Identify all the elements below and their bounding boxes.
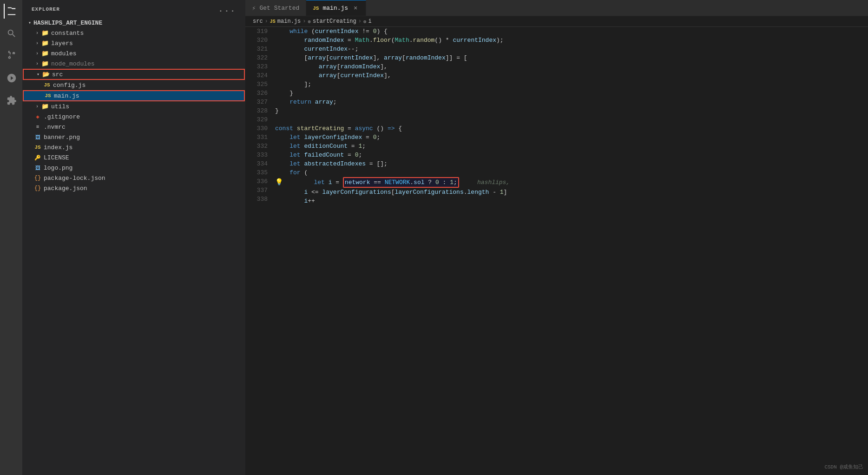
code-line-334: let abstractedIndexes = []; bbox=[275, 159, 864, 168]
sidebar: Explorer ... ▾ HASHLIPS_ART_ENGINE › 📁 c… bbox=[22, 0, 245, 475]
root-folder-label: HASHLIPS_ART_ENGINE bbox=[33, 20, 102, 26]
package-lock-json-icon: {} bbox=[33, 174, 42, 182]
config-js-label: config.js bbox=[53, 82, 85, 89]
tree-item-license[interactable]: 🔑 LICENSE bbox=[22, 152, 245, 163]
src-folder-icon: 📂 bbox=[42, 70, 50, 79]
breadcrumb-i-icon: ⊛ bbox=[363, 19, 367, 25]
breadcrumb-startcreating[interactable]: startCreating bbox=[313, 18, 356, 25]
src-expand-arrow: ▾ bbox=[34, 71, 42, 78]
tree-item-modules[interactable]: › 📁 modules bbox=[22, 48, 245, 59]
code-line-335: for ( bbox=[275, 168, 864, 177]
tab-main-js[interactable]: JS main.js × bbox=[306, 0, 366, 16]
src-label: src bbox=[52, 71, 63, 78]
tab-main-js-close[interactable]: × bbox=[352, 5, 359, 12]
code-line-328: } bbox=[275, 106, 864, 115]
tree-item-constants[interactable]: › 📁 constants bbox=[22, 28, 245, 38]
gitignore-icon: ◈ bbox=[33, 112, 42, 121]
package-json-label: package.json bbox=[44, 185, 87, 192]
tree-root-folder[interactable]: ▾ HASHLIPS_ART_ENGINE bbox=[22, 18, 245, 28]
package-lock-json-label: package-lock.json bbox=[44, 175, 105, 182]
modules-label: modules bbox=[51, 50, 77, 57]
tree-item-index-js[interactable]: JS index.js bbox=[22, 142, 245, 152]
config-js-icon: JS bbox=[43, 81, 51, 89]
node-modules-label: node_modules bbox=[51, 60, 95, 67]
node-modules-folder-icon: 📁 bbox=[41, 59, 49, 68]
breadcrumb-i[interactable]: i bbox=[368, 18, 372, 25]
code-line-325: ]; bbox=[275, 80, 864, 89]
tree-item-main-js[interactable]: JS main.js bbox=[23, 91, 244, 101]
node-modules-expand-arrow: › bbox=[33, 60, 41, 67]
tab-get-started[interactable]: ⚡ Get Started bbox=[245, 0, 306, 16]
search-icon[interactable] bbox=[4, 26, 19, 41]
code-line-333: let failedCount = 0; bbox=[275, 151, 864, 159]
code-line-323: array[randomIndex], bbox=[275, 62, 864, 71]
banner-png-icon: 🖼 bbox=[33, 133, 42, 141]
logo-png-label: logo.png bbox=[44, 165, 72, 172]
tree-item-config-js[interactable]: JS config.js bbox=[22, 80, 245, 90]
main-js-icon: JS bbox=[44, 92, 52, 100]
source-control-icon[interactable] bbox=[4, 48, 19, 63]
tab-main-js-icon: JS bbox=[313, 6, 319, 11]
root-expand-arrow: ▾ bbox=[26, 19, 33, 26]
index-js-icon: JS bbox=[33, 143, 42, 152]
code-line-330: const startCreating = async () => { bbox=[275, 124, 864, 133]
gitignore-label: .gitignore bbox=[44, 113, 80, 120]
code-line-319: while (currentIndex != 0) { bbox=[275, 27, 864, 36]
code-line-320: randomIndex = Math.floor(Math.random() *… bbox=[275, 36, 864, 45]
tree-item-layers[interactable]: › 📁 layers bbox=[22, 38, 245, 48]
tree-item-package-json[interactable]: {} package.json bbox=[22, 183, 245, 193]
editor-area: ⚡ Get Started JS main.js × src › JS main… bbox=[245, 0, 868, 475]
activity-bar bbox=[0, 0, 22, 475]
modules-folder-icon: 📁 bbox=[41, 49, 49, 58]
utils-expand-arrow: › bbox=[33, 103, 41, 110]
file-tree: ▾ HASHLIPS_ART_ENGINE › 📁 constants › 📁 … bbox=[22, 18, 245, 475]
code-line-329 bbox=[275, 115, 864, 124]
tree-item-utils[interactable]: › 📁 utils bbox=[22, 101, 245, 112]
code-editor[interactable]: 319 320 321 322 323 324 325 326 327 328 … bbox=[245, 27, 868, 475]
code-line-332: let editionCount = 1; bbox=[275, 142, 864, 151]
code-content: while (currentIndex != 0) { randomIndex … bbox=[271, 27, 868, 475]
logo-png-icon: 🖼 bbox=[33, 164, 42, 172]
breadcrumb-src[interactable]: src bbox=[253, 18, 263, 25]
sidebar-more-button[interactable]: ... bbox=[218, 5, 236, 14]
breadcrumb-startcreating-icon: ⊛ bbox=[308, 19, 311, 25]
breadcrumb-sep1: › bbox=[265, 18, 268, 25]
breadcrumb-sep2: › bbox=[302, 18, 306, 25]
code-highlight-network: network == NETWORK.sol ? 0 : 1; bbox=[343, 177, 459, 188]
tree-item-node-modules[interactable]: › 📁 node_modules bbox=[22, 59, 245, 69]
tree-item-logo-png[interactable]: 🖼 logo.png bbox=[22, 163, 245, 173]
constants-expand-arrow: › bbox=[33, 29, 41, 37]
breadcrumb-sep3: › bbox=[358, 18, 362, 25]
tab-bar: ⚡ Get Started JS main.js × bbox=[245, 0, 868, 16]
constants-folder-icon: 📁 bbox=[41, 29, 49, 37]
utils-folder-icon: 📁 bbox=[41, 102, 49, 111]
tree-item-src[interactable]: ▾ 📂 src bbox=[23, 69, 244, 79]
tree-item-gitignore[interactable]: ◈ .gitignore bbox=[22, 112, 245, 122]
license-label: LICENSE bbox=[44, 154, 69, 161]
utils-label: utils bbox=[51, 103, 69, 110]
banner-png-label: banner.png bbox=[44, 134, 80, 141]
breadcrumb-file[interactable]: main.js bbox=[277, 18, 301, 25]
tab-main-js-label: main.js bbox=[322, 5, 348, 12]
layers-expand-arrow: › bbox=[33, 40, 41, 47]
package-json-icon: {} bbox=[33, 184, 42, 192]
run-debug-icon[interactable] bbox=[4, 71, 19, 86]
extensions-icon[interactable] bbox=[4, 93, 19, 108]
files-icon[interactable] bbox=[4, 4, 19, 19]
sidebar-title: Explorer bbox=[32, 7, 60, 12]
code-line-324: array[currentIndex], bbox=[275, 71, 864, 80]
code-line-336: 💡 let i = network == NETWORK.sol ? 0 : 1… bbox=[275, 177, 864, 188]
modules-expand-arrow: › bbox=[33, 50, 41, 57]
code-line-321: currentIndex--; bbox=[275, 45, 864, 53]
tree-item-nvmrc[interactable]: ≡ .nvmrc bbox=[22, 122, 245, 132]
lightbulb-icon: 💡 bbox=[275, 178, 283, 187]
tree-item-banner-png[interactable]: 🖼 banner.png bbox=[22, 132, 245, 142]
tree-item-package-lock-json[interactable]: {} package-lock.json bbox=[22, 173, 245, 183]
tab-get-started-label: Get Started bbox=[259, 5, 299, 12]
watermark: CSDN @咸鱼知己 bbox=[824, 463, 863, 470]
constants-label: constants bbox=[51, 30, 84, 37]
layers-label: layers bbox=[51, 40, 73, 47]
code-line-338: i++ bbox=[275, 197, 864, 205]
layers-folder-icon: 📁 bbox=[41, 39, 49, 47]
code-line-327: return array; bbox=[275, 98, 864, 106]
